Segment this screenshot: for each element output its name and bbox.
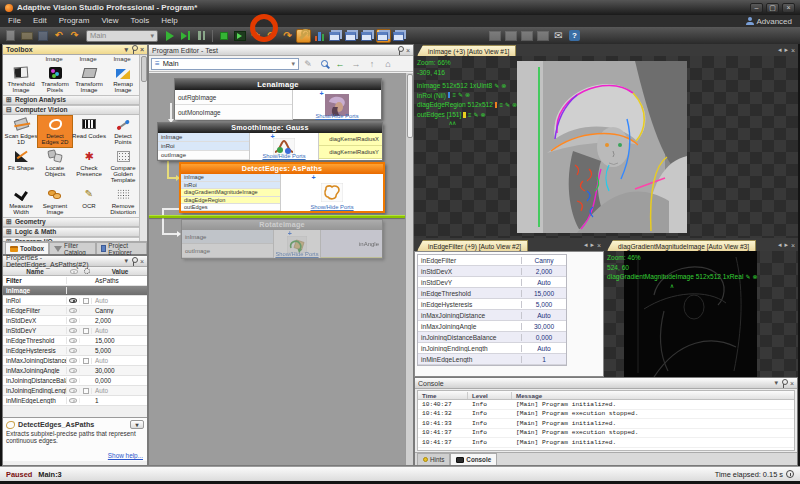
panel-menu-icon[interactable]	[124, 257, 128, 265]
view1-tab[interactable]: inImage (+3) [Auto View #1]	[417, 45, 516, 56]
property-row-inedgehysteresis[interactable]: inEdgeHysteresis5,000	[3, 346, 147, 356]
iterate-button[interactable]	[178, 29, 193, 43]
tab-toolbox[interactable]: Toolbox	[5, 242, 49, 254]
tool-threshold-image[interactable]: Threshold Image	[4, 64, 38, 95]
tool-ocr[interactable]: OCR	[72, 186, 106, 217]
edit-icon[interactable]	[745, 274, 750, 280]
layer-outedges[interactable]: outEdges [151]	[417, 110, 517, 120]
open-file-button[interactable]	[19, 29, 34, 43]
close-icon[interactable]	[140, 46, 144, 53]
show-hide-ports-link[interactable]: Show/Hide Ports	[315, 113, 358, 119]
port-inimage[interactable]: inImage	[181, 174, 280, 182]
block-lenaimage[interactable]: LenaImage outRgbImage outMonoImage Show/…	[174, 78, 382, 120]
help-button[interactable]	[567, 29, 582, 43]
port-diagedgeregion[interactable]: diagEdgeRegion	[181, 197, 280, 205]
property-row-injoiningdistancebalance[interactable]: inJoiningDistanceBala...0,000	[3, 376, 147, 386]
window-layout-5-button[interactable]	[392, 29, 407, 43]
param-row[interactable]: inStdDevYAuto	[418, 277, 566, 288]
filter-variant-dropdown[interactable]	[130, 420, 144, 429]
port-diagkernelradiusx[interactable]: diagKernelRadiusX	[319, 133, 382, 146]
step-out-button[interactable]	[280, 29, 295, 43]
property-row-inimage[interactable]: inImage	[3, 286, 147, 296]
show-hide-ports-link[interactable]: Show/Hide Ports	[310, 204, 353, 210]
close-icon[interactable]	[406, 47, 410, 54]
console-row[interactable]: 10:41:37Info[Main] Program execution sto…	[418, 429, 794, 439]
add-preview-icon[interactable]	[312, 174, 316, 181]
edit-icon[interactable]	[505, 102, 510, 108]
scope-combo[interactable]: Main	[86, 30, 158, 42]
edit-macro-button[interactable]	[301, 57, 315, 70]
eye-icon[interactable]	[69, 348, 77, 353]
param-row[interactable]: inStdDevX2,000	[418, 266, 566, 277]
param-row[interactable]: inMinEdgeLength1	[418, 354, 566, 365]
nav-back-button[interactable]	[333, 57, 347, 70]
run-button[interactable]	[162, 29, 177, 43]
view-layout-2-button[interactable]	[503, 29, 518, 43]
layer-menu-icon[interactable]	[499, 102, 503, 108]
auto-data-previews-button[interactable]	[376, 29, 391, 43]
editor-scrollbar[interactable]	[405, 73, 413, 465]
maximize-button[interactable]	[766, 3, 779, 13]
port-inroi[interactable]: inRoi	[158, 142, 249, 151]
port-outimage[interactable]: outImage	[182, 244, 273, 258]
port-inimage[interactable]: inImage	[182, 230, 273, 244]
view3-tab[interactable]: diagGradientMagnitudeImage [Auto View #3…	[607, 240, 756, 251]
window-layout-1-button[interactable]	[328, 29, 343, 43]
remove-icon[interactable]	[752, 274, 757, 280]
console-row[interactable]: 10:41:33Info[Main] Program initialized.	[418, 419, 794, 429]
add-preview-icon[interactable]	[319, 90, 323, 97]
tool-transform-image[interactable]: Transform Image	[72, 64, 106, 95]
tab-console[interactable]: Console	[450, 453, 497, 465]
pin-icon[interactable]	[131, 257, 137, 266]
layer-diagedgeregion[interactable]: diagEdgeRegion 512x512	[417, 100, 517, 110]
menu-tools[interactable]: Tools	[131, 15, 150, 27]
eye-icon[interactable]	[69, 358, 77, 363]
add-preview-icon[interactable]	[270, 133, 274, 140]
eye-icon[interactable]	[69, 378, 77, 383]
port-outedges[interactable]: outEdges	[181, 204, 280, 211]
find-button[interactable]	[317, 57, 331, 70]
eye-icon[interactable]	[69, 368, 77, 373]
port-outimage[interactable]: outImage	[158, 151, 249, 160]
statistics-button[interactable]	[312, 29, 327, 43]
param-row[interactable]: inMaxJoiningDistanceAuto	[418, 310, 566, 321]
layer-menu-icon[interactable]	[468, 112, 472, 118]
eye-icon[interactable]	[69, 338, 77, 343]
property-row-inedgethreshold[interactable]: inEdgeThreshold15,000	[3, 336, 147, 346]
port-outrgbimage[interactable]: outRgbImage	[175, 90, 292, 105]
tool-segment-image[interactable]: Segment Image	[38, 186, 72, 217]
view3-canvas[interactable]: Zoom: 46% 524, 60 diagGradientMagnitudeI…	[604, 251, 798, 377]
window-layout-3-button[interactable]	[360, 29, 375, 43]
eye-icon[interactable]	[69, 328, 77, 333]
remove-icon[interactable]	[465, 92, 470, 98]
menu-edit[interactable]: Edit	[33, 15, 47, 27]
tab-hints[interactable]: Hints	[417, 453, 450, 465]
eye-icon[interactable]	[69, 398, 77, 403]
close-button[interactable]	[782, 3, 795, 13]
property-row-injoiningendinglength[interactable]: inJoiningEndingLengthAuto	[3, 386, 147, 396]
port-inangle[interactable]: inAngle	[321, 230, 382, 258]
menu-help[interactable]: Help	[161, 15, 177, 27]
port-inroi[interactable]: inRoi	[181, 182, 280, 190]
new-file-button[interactable]	[3, 29, 18, 43]
param-row[interactable]: inJoiningEndingLengthAuto	[418, 343, 566, 354]
block-rotateimage[interactable]: RotateImage inImage outImage Show/Hide P…	[181, 219, 383, 259]
pause-button[interactable]	[194, 29, 209, 43]
tool-measure-width[interactable]: Measure Width	[4, 186, 38, 217]
toolbox-scrollbar[interactable]	[139, 55, 147, 245]
step-into-button[interactable]	[264, 29, 279, 43]
tool-scan-edges-1d[interactable]: Scan Edges 1D	[4, 116, 38, 147]
minimize-button[interactable]	[750, 3, 763, 13]
show-help-link[interactable]: Show help...	[108, 452, 143, 459]
tab-scroll-left-icon[interactable]	[778, 46, 782, 54]
feedback-mail-button[interactable]	[551, 29, 566, 43]
property-row-instddevy[interactable]: inStdDevYAuto	[3, 326, 147, 336]
pin-icon[interactable]	[397, 46, 403, 55]
auto-checkbox[interactable]	[83, 358, 89, 364]
eye-icon[interactable]	[69, 298, 77, 303]
save-button[interactable]	[35, 29, 50, 43]
nav-home-button[interactable]	[381, 57, 395, 70]
redo-button[interactable]	[67, 29, 82, 43]
close-icon[interactable]	[790, 380, 794, 387]
property-row-inroi[interactable]: inRoiAuto	[3, 296, 147, 306]
